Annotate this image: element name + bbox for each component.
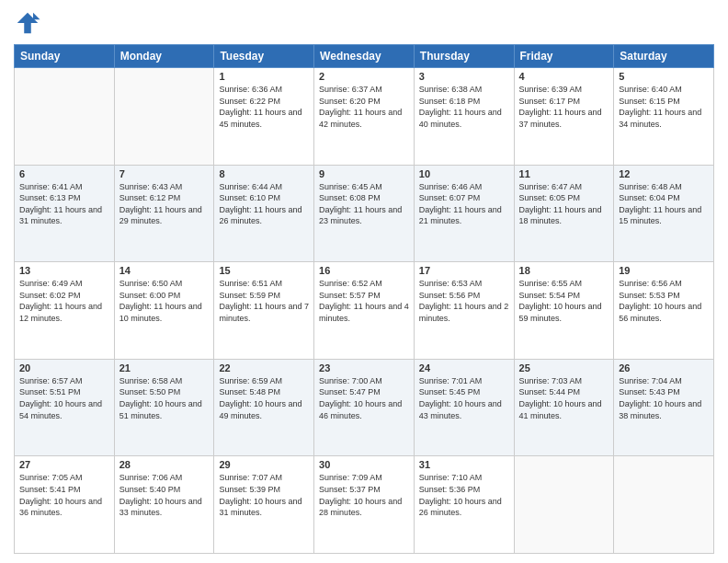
day-number: 25 [519,362,609,373]
day-number: 4 [519,71,609,82]
calendar-cell: 6Sunrise: 6:41 AMSunset: 6:13 PMDaylight… [15,165,115,262]
day-header-monday: Monday [114,45,214,68]
day-info: Sunrise: 7:10 AMSunset: 5:36 PMDaylight:… [419,472,509,518]
header [14,9,714,37]
day-header-tuesday: Tuesday [214,45,314,68]
calendar-cell: 21Sunrise: 6:58 AMSunset: 5:50 PMDayligh… [114,359,214,456]
day-number: 17 [419,265,509,276]
day-info: Sunrise: 6:55 AMSunset: 5:54 PMDaylight:… [519,278,609,324]
day-number: 9 [319,168,409,179]
calendar-cell: 25Sunrise: 7:03 AMSunset: 5:44 PMDayligh… [514,359,614,456]
day-number: 5 [619,71,709,82]
day-number: 16 [319,265,409,276]
day-info: Sunrise: 6:43 AMSunset: 6:12 PMDaylight:… [119,181,210,227]
day-number: 19 [619,265,709,276]
day-info: Sunrise: 6:39 AMSunset: 6:17 PMDaylight:… [519,84,609,130]
day-info: Sunrise: 7:06 AMSunset: 5:40 PMDaylight:… [119,472,210,518]
day-header-thursday: Thursday [414,45,514,68]
calendar-cell: 22Sunrise: 6:59 AMSunset: 5:48 PMDayligh… [214,359,314,456]
day-info: Sunrise: 6:57 AMSunset: 5:51 PMDaylight:… [19,375,109,421]
day-number: 6 [19,168,109,179]
day-number: 23 [319,362,409,373]
calendar-cell: 16Sunrise: 6:52 AMSunset: 5:57 PMDayligh… [314,262,415,360]
calendar-week-row: 13Sunrise: 6:49 AMSunset: 6:02 PMDayligh… [15,262,714,360]
calendar-cell: 3Sunrise: 6:38 AMSunset: 6:18 PMDaylight… [414,68,514,166]
day-info: Sunrise: 6:59 AMSunset: 5:48 PMDaylight:… [219,375,309,421]
calendar-cell [15,68,115,166]
calendar-cell: 5Sunrise: 6:40 AMSunset: 6:15 PMDaylight… [614,68,714,166]
day-number: 29 [219,459,309,470]
day-info: Sunrise: 6:53 AMSunset: 5:56 PMDaylight:… [419,278,509,324]
day-number: 14 [119,265,210,276]
day-info: Sunrise: 7:00 AMSunset: 5:47 PMDaylight:… [319,375,409,421]
calendar-cell: 31Sunrise: 7:10 AMSunset: 5:36 PMDayligh… [414,456,514,554]
calendar-header-row: SundayMondayTuesdayWednesdayThursdayFrid… [15,45,714,68]
day-info: Sunrise: 6:49 AMSunset: 6:02 PMDaylight:… [19,278,109,324]
calendar-week-row: 1Sunrise: 6:36 AMSunset: 6:22 PMDaylight… [15,68,714,166]
day-info: Sunrise: 6:58 AMSunset: 5:50 PMDaylight:… [119,375,210,421]
day-number: 27 [19,459,109,470]
day-number: 1 [219,71,309,82]
calendar-cell: 23Sunrise: 7:00 AMSunset: 5:47 PMDayligh… [314,359,415,456]
day-number: 30 [319,459,409,470]
logo [14,9,45,37]
day-info: Sunrise: 6:56 AMSunset: 5:53 PMDaylight:… [619,278,709,324]
day-info: Sunrise: 6:46 AMSunset: 6:07 PMDaylight:… [419,181,509,227]
page: SundayMondayTuesdayWednesdayThursdayFrid… [0,0,728,563]
day-number: 28 [119,459,210,470]
day-header-friday: Friday [514,45,614,68]
logo-icon [14,9,41,37]
svg-marker-1 [33,13,40,20]
calendar-cell: 2Sunrise: 6:37 AMSunset: 6:20 PMDaylight… [314,68,415,166]
day-info: Sunrise: 6:48 AMSunset: 6:04 PMDaylight:… [619,181,709,227]
day-info: Sunrise: 6:44 AMSunset: 6:10 PMDaylight:… [219,181,309,227]
calendar-cell: 4Sunrise: 6:39 AMSunset: 6:17 PMDaylight… [514,68,614,166]
day-info: Sunrise: 7:01 AMSunset: 5:45 PMDaylight:… [419,375,509,421]
calendar-cell: 29Sunrise: 7:07 AMSunset: 5:39 PMDayligh… [214,456,314,554]
calendar-table: SundayMondayTuesdayWednesdayThursdayFrid… [14,44,714,554]
day-info: Sunrise: 6:47 AMSunset: 6:05 PMDaylight:… [519,181,609,227]
day-info: Sunrise: 6:52 AMSunset: 5:57 PMDaylight:… [319,278,409,324]
day-number: 21 [119,362,210,373]
day-number: 20 [19,362,109,373]
day-number: 7 [119,168,210,179]
calendar-cell: 12Sunrise: 6:48 AMSunset: 6:04 PMDayligh… [614,165,714,262]
calendar-cell: 18Sunrise: 6:55 AMSunset: 5:54 PMDayligh… [514,262,614,360]
day-number: 22 [219,362,309,373]
day-info: Sunrise: 6:37 AMSunset: 6:20 PMDaylight:… [319,84,409,130]
day-number: 10 [419,168,509,179]
calendar-cell: 11Sunrise: 6:47 AMSunset: 6:05 PMDayligh… [514,165,614,262]
day-number: 18 [519,265,609,276]
day-number: 24 [419,362,509,373]
calendar-cell: 1Sunrise: 6:36 AMSunset: 6:22 PMDaylight… [214,68,314,166]
day-info: Sunrise: 6:41 AMSunset: 6:13 PMDaylight:… [19,181,109,227]
calendar-week-row: 6Sunrise: 6:41 AMSunset: 6:13 PMDaylight… [15,165,714,262]
day-info: Sunrise: 7:07 AMSunset: 5:39 PMDaylight:… [219,472,309,518]
day-info: Sunrise: 6:51 AMSunset: 5:59 PMDaylight:… [219,278,309,324]
calendar-cell: 8Sunrise: 6:44 AMSunset: 6:10 PMDaylight… [214,165,314,262]
day-number: 3 [419,71,509,82]
day-info: Sunrise: 6:36 AMSunset: 6:22 PMDaylight:… [219,84,309,130]
day-number: 11 [519,168,609,179]
day-info: Sunrise: 6:38 AMSunset: 6:18 PMDaylight:… [419,84,509,130]
calendar-week-row: 20Sunrise: 6:57 AMSunset: 5:51 PMDayligh… [15,359,714,456]
day-number: 15 [219,265,309,276]
day-number: 2 [319,71,409,82]
day-info: Sunrise: 7:03 AMSunset: 5:44 PMDaylight:… [519,375,609,421]
day-info: Sunrise: 6:45 AMSunset: 6:08 PMDaylight:… [319,181,409,227]
day-number: 8 [219,168,309,179]
calendar-cell: 20Sunrise: 6:57 AMSunset: 5:51 PMDayligh… [15,359,115,456]
calendar-cell: 17Sunrise: 6:53 AMSunset: 5:56 PMDayligh… [414,262,514,360]
day-number: 26 [619,362,709,373]
day-info: Sunrise: 6:50 AMSunset: 6:00 PMDaylight:… [119,278,210,324]
day-info: Sunrise: 7:04 AMSunset: 5:43 PMDaylight:… [619,375,709,421]
calendar-cell: 27Sunrise: 7:05 AMSunset: 5:41 PMDayligh… [15,456,115,554]
calendar-cell: 14Sunrise: 6:50 AMSunset: 6:00 PMDayligh… [114,262,214,360]
calendar-cell: 15Sunrise: 6:51 AMSunset: 5:59 PMDayligh… [214,262,314,360]
calendar-cell: 19Sunrise: 6:56 AMSunset: 5:53 PMDayligh… [614,262,714,360]
calendar-cell: 13Sunrise: 6:49 AMSunset: 6:02 PMDayligh… [15,262,115,360]
calendar-cell: 10Sunrise: 6:46 AMSunset: 6:07 PMDayligh… [414,165,514,262]
calendar-cell [114,68,214,166]
day-number: 31 [419,459,509,470]
calendar-cell [614,456,714,554]
